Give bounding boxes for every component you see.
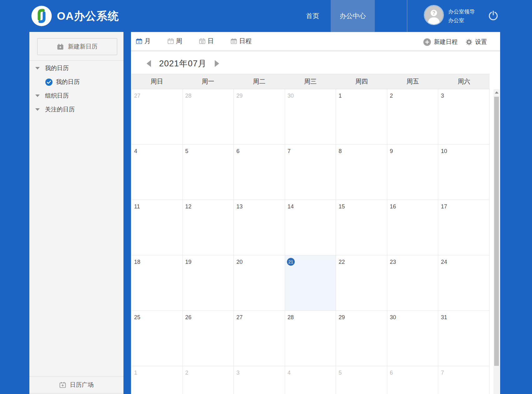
calendar-day-cell[interactable]: 28	[183, 89, 234, 145]
day-number: 2	[185, 370, 188, 376]
calendar-day-cell[interactable]: 6	[234, 145, 285, 200]
day-number: 5	[185, 148, 188, 154]
calendar-day-cell[interactable]: 29	[234, 89, 285, 145]
weekday-header: 周日周一周二周三周四周五周六	[131, 74, 489, 89]
day-number: 7	[441, 370, 444, 376]
calendar-day-cell[interactable]: 17	[438, 200, 489, 255]
calendar-day-cell[interactable]: 1	[132, 366, 183, 394]
today-badge: 21	[287, 258, 295, 266]
calendar-day-cell[interactable]: 2	[183, 366, 234, 394]
day-number: 18	[134, 259, 140, 265]
scrollbar-thumb[interactable]	[494, 97, 499, 366]
calendar-day-cell[interactable]: 18	[132, 255, 183, 311]
day-number: 20	[236, 259, 243, 265]
month-navigation: 2021年07月	[131, 53, 500, 74]
calendar-day-cell[interactable]: 30	[285, 89, 336, 145]
calendar-day-cell[interactable]: 3	[438, 89, 489, 145]
plus-circle-icon	[423, 38, 431, 46]
calendar-day-cell[interactable]: 20	[234, 255, 285, 311]
day-number: 24	[441, 259, 447, 265]
calendar-day-cell-today[interactable]: 21	[285, 255, 336, 311]
day-number: 30	[390, 314, 396, 320]
calendar-day-cell[interactable]: 7	[438, 366, 489, 394]
calendar-day-cell[interactable]: 5	[183, 145, 234, 200]
calendar-week-row: 18192021222324	[132, 255, 489, 311]
day-number: 28	[185, 93, 192, 99]
next-month-button[interactable]	[215, 60, 219, 67]
tree-group-followed-calendars[interactable]: 关注的日历	[29, 103, 123, 116]
view-tab-week[interactable]: 7周	[168, 37, 182, 45]
tree-group-org-calendars[interactable]: 组织日历	[29, 89, 123, 103]
toolbar: 30月7周日日程 新建日程	[131, 32, 500, 52]
prev-month-button[interactable]	[147, 60, 151, 67]
day-number: 3	[236, 370, 239, 376]
calendar-day-cell[interactable]: 6	[387, 366, 439, 394]
calendar-day-cell[interactable]: 11	[132, 200, 183, 255]
day-number: 1	[134, 370, 137, 376]
settings-button[interactable]: 设置	[466, 38, 487, 46]
view-tab-day[interactable]: 日	[199, 37, 214, 45]
calendar-day-cell[interactable]: 7	[285, 145, 336, 200]
calendar-day-cell[interactable]: 4	[132, 145, 183, 200]
month-title: 2021年07月	[159, 58, 207, 69]
calendar-day-cell[interactable]: 22	[336, 255, 387, 311]
scrollbar[interactable]	[494, 89, 499, 394]
weekday-cell: 周五	[387, 74, 439, 89]
calendar-week-row: 45678910	[132, 145, 489, 200]
calendar-day-cell[interactable]: 10	[438, 145, 489, 200]
calendar-day-cell[interactable]: 27	[234, 311, 285, 366]
calendar-day-cell[interactable]: 15	[336, 200, 387, 255]
view-tab-label: 周	[176, 37, 182, 45]
calendar-day-cell[interactable]: 24	[438, 255, 489, 311]
view-tab-month[interactable]: 30月	[136, 37, 151, 45]
calendar-day-cell[interactable]: 1	[336, 89, 387, 145]
triangle-up-icon	[495, 91, 499, 94]
calendar-day-cell[interactable]: 13	[234, 200, 285, 255]
calendar-day-cell[interactable]: 9	[387, 145, 439, 200]
calendar-day-cell[interactable]: 26	[183, 311, 234, 366]
calendar-day-cell[interactable]: 2	[387, 89, 439, 145]
chevron-down-icon	[35, 108, 40, 111]
calendar-day-cell[interactable]: 29	[336, 311, 387, 366]
view-tab-label: 日程	[239, 37, 252, 45]
calendar-item[interactable]: 我的日历	[29, 75, 123, 89]
day-number: 11	[134, 203, 140, 210]
nav-item-office-center[interactable]: 办公中心	[331, 0, 375, 32]
calendar-day-cell[interactable]: 23	[387, 255, 439, 311]
header: OA办公系统 首页办公中心 ? 办公室领导 办公室	[0, 0, 532, 32]
calendar-plaza-item[interactable]: 日历广场	[29, 376, 123, 393]
nav-item-home[interactable]: 首页	[296, 0, 329, 32]
tree-group-label: 我的日历	[45, 64, 69, 72]
day-number: 27	[236, 314, 243, 320]
avatar[interactable]: ?	[424, 5, 444, 25]
calendar-plus-icon	[57, 43, 64, 50]
calendar-day-cell[interactable]: 5	[336, 366, 387, 394]
content: 30月7周日日程 新建日程	[131, 32, 500, 394]
calendar-day-cell[interactable]: 4	[285, 366, 336, 394]
calendar-day-cell[interactable]: 30	[387, 311, 439, 366]
sidebar: 新建新日历 我的日历我的日历组织日历关注的日历 日历广场	[29, 32, 123, 394]
calendar-item-label: 我的日历	[56, 78, 80, 86]
calendar-day-cell[interactable]: 16	[387, 200, 439, 255]
day-number: 17	[441, 203, 447, 210]
calendar-day-cell[interactable]: 3	[234, 366, 285, 394]
calendar-day-cell[interactable]: 12	[183, 200, 234, 255]
calendar-day-cell[interactable]: 31	[438, 311, 489, 366]
calendar-day-cell[interactable]: 19	[183, 255, 234, 311]
new-calendar-button[interactable]: 新建新日历	[37, 38, 117, 55]
sidebar-divider	[29, 60, 123, 61]
day-number: 30	[288, 93, 294, 99]
scroll-up-button[interactable]	[494, 89, 499, 96]
weekday-cell: 周日	[131, 74, 183, 89]
check-circle-icon[interactable]	[45, 79, 53, 86]
new-event-button[interactable]: 新建日程	[423, 38, 458, 46]
tree-group-my-calendars[interactable]: 我的日历	[29, 61, 123, 75]
view-tab-agenda[interactable]: 日程	[231, 37, 252, 45]
calendar-day-cell[interactable]: 28	[285, 311, 336, 366]
user-name: 办公室领导	[448, 8, 475, 15]
calendar-day-cell[interactable]: 8	[336, 145, 387, 200]
power-icon[interactable]	[488, 10, 499, 21]
calendar-day-cell[interactable]: 25	[132, 311, 183, 366]
calendar-day-cell[interactable]: 27	[132, 89, 183, 145]
calendar-day-cell[interactable]: 14	[285, 200, 336, 255]
